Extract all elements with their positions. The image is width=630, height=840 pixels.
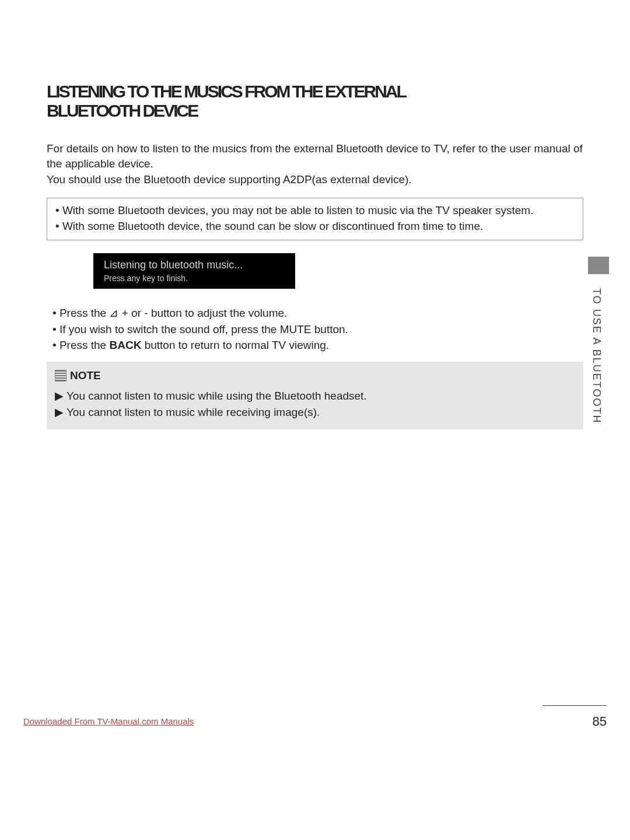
info-item-2: • With some Bluetooth device, the sound … [55, 219, 575, 235]
instr1-post: + or - button to adjust the volume. [118, 307, 287, 319]
status-popup: Listening to bluetooth music... Press an… [93, 253, 295, 289]
title-line1: LISTENING TO THE MUSICS FROM THE EXTERNA… [47, 82, 583, 101]
note-item-2: ▶ You cannot listen to music while recei… [55, 404, 575, 421]
note-block: NOTE ▶ You cannot listen to music while … [47, 362, 583, 430]
note-title-text: NOTE [70, 368, 101, 384]
footer-download-link[interactable]: Downloaded From TV-Manual.com Manuals [23, 716, 194, 726]
status-line-2: Press any key to finish. [104, 274, 285, 283]
page-content: LISTENING TO THE MUSICS FROM THE EXTERNA… [0, 0, 630, 429]
page-number: 85 [593, 714, 607, 729]
page-divider [542, 705, 607, 706]
status-line-1: Listening to bluetooth music... [104, 259, 285, 271]
note-item-1: ▶ You cannot listen to music while using… [55, 388, 575, 404]
instruction-list: • Press the ⊿ + or - button to adjust th… [52, 305, 583, 354]
info-box: • With some Bluetooth devices, you may n… [47, 198, 583, 240]
instruction-2: • If you wish to switch the sound off, p… [52, 321, 583, 338]
instr3-pre: • Press the [52, 339, 109, 351]
instr3-post: button to return to normal TV viewing. [141, 339, 329, 351]
back-key-label: BACK [109, 339, 141, 351]
title-line2: BLUETOOTH DEVICE [47, 101, 583, 120]
intro-paragraph-2: You should use the Bluetooth device supp… [47, 172, 583, 187]
page-title: LISTENING TO THE MUSICS FROM THE EXTERNA… [47, 82, 583, 120]
volume-icon: ⊿ [109, 307, 118, 319]
note-icon [55, 370, 66, 382]
instruction-3: • Press the BACK button to return to nor… [52, 337, 583, 354]
info-item-1: • With some Bluetooth devices, you may n… [55, 203, 575, 219]
instr1-pre: • Press the [52, 307, 109, 319]
side-section-label: TO USE A BLUETOOTH [590, 288, 603, 424]
side-tab: TO USE A BLUETOOTH [590, 257, 607, 432]
note-title: NOTE [55, 368, 575, 384]
intro-paragraph-1: For details on how to listen to the musi… [47, 141, 583, 171]
instruction-1: • Press the ⊿ + or - button to adjust th… [52, 305, 583, 321]
